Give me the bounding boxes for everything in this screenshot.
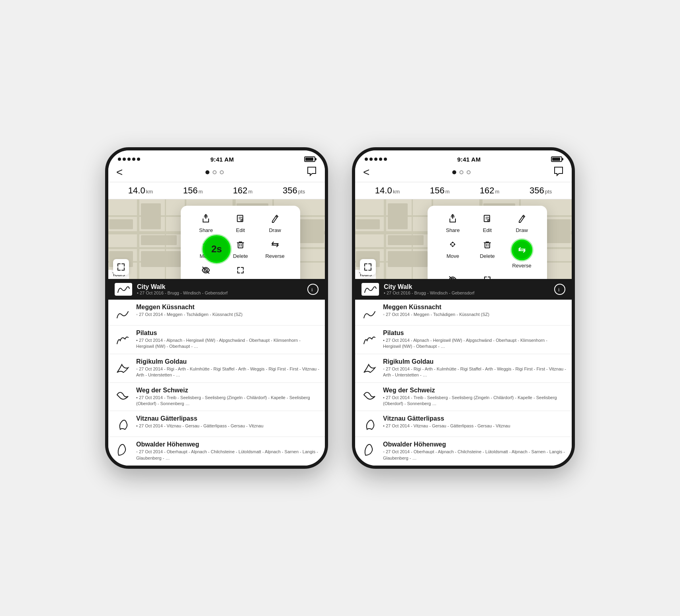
tour-list-item[interactable]: Obwalder Höhenweg◦ 27 Oct 2014 - Oberhau… bbox=[108, 437, 325, 466]
popup-label-reverse: Reverse bbox=[512, 263, 531, 269]
svg-rect-34 bbox=[356, 219, 380, 229]
popup-item-reverse[interactable]: Reverse bbox=[259, 240, 291, 259]
popup-item-show-on-map[interactable]: Show on Map bbox=[472, 275, 503, 279]
tour-row-info: Meggen Küssnacht◦ 27 Oct 2014 - Meggen -… bbox=[383, 304, 489, 318]
context-menu-grid: ShareEditDrawMoveDeleteReverseVisibility… bbox=[437, 214, 537, 279]
tour-list-item[interactable]: Meggen Küssnacht◦ 27 Oct 2014 - Meggen -… bbox=[355, 300, 572, 326]
stat-unit: pts bbox=[298, 189, 305, 195]
edit-icon bbox=[236, 214, 245, 225]
countdown-text: 2s bbox=[211, 244, 222, 255]
tour-row-info: Obwalder Höhenweg◦ 27 Oct 2014 - Oberhau… bbox=[136, 441, 319, 461]
stat-item-0: 14.0km bbox=[375, 185, 400, 196]
map-expand-button[interactable] bbox=[113, 259, 129, 275]
stat-unit: m bbox=[248, 189, 253, 195]
tour-row-thumb bbox=[361, 415, 378, 433]
pagination-dots bbox=[452, 170, 471, 174]
stat-item-3: 356pts bbox=[283, 185, 305, 196]
tour-row-sub: ◦ 27 Oct 2014 - Meggen - Tschädigen - Kü… bbox=[383, 312, 489, 318]
visibility-icon bbox=[201, 265, 211, 277]
stat-unit: pts bbox=[545, 189, 552, 195]
tour-row-info: Meggen Küssnacht◦ 27 Oct 2014 - Meggen -… bbox=[136, 304, 242, 318]
tour-row-sub: • 27 Oct 2014 - Vitznau - Gersau - Gätte… bbox=[383, 423, 510, 429]
context-menu-popup: ShareEditDrawMoveDeleteReverseVisibility… bbox=[181, 206, 300, 279]
tour-info-button[interactable]: i bbox=[554, 284, 565, 295]
popup-label-move: Move bbox=[446, 253, 459, 259]
phone-right: 9:41 AM< 14.0km156m162m356pts Tour bbox=[352, 147, 575, 469]
tour-list-item[interactable]: Weg der Schweiz• 27 Oct 2014 - Treib - S… bbox=[355, 383, 572, 411]
tour-row-name: Pilatus bbox=[383, 329, 566, 337]
reverse-icon bbox=[270, 240, 280, 251]
popup-item-share[interactable]: Share bbox=[437, 214, 469, 233]
status-bar: 9:41 AM bbox=[108, 150, 325, 163]
stat-item-0: 14.0km bbox=[128, 185, 153, 196]
tour-row-info: Obwalder Höhenweg◦ 27 Oct 2014 - Oberhau… bbox=[383, 441, 566, 461]
tour-list-item[interactable]: Vitznau Gätterlipass• 27 Oct 2014 - Vitz… bbox=[108, 411, 325, 437]
draw-icon bbox=[517, 214, 527, 225]
edit-icon bbox=[483, 214, 492, 225]
tour-row-thumb bbox=[361, 441, 378, 458]
tour-list-item[interactable]: Obwalder Höhenweg◦ 27 Oct 2014 - Oberhau… bbox=[355, 437, 572, 466]
stat-unit: m bbox=[495, 189, 500, 195]
battery-icon bbox=[551, 156, 562, 162]
tour-list-item[interactable]: Pilatus• 27 Oct 2014 - Alpnach - Hergisw… bbox=[108, 326, 325, 354]
stat-unit: km bbox=[146, 189, 153, 195]
svg-rect-36 bbox=[388, 235, 424, 245]
tour-row-sub: • 27 Oct 2014 - Treib - Seelisberg - See… bbox=[383, 395, 566, 407]
stat-item-1: 156m bbox=[183, 185, 203, 196]
tour-row-sub: • 27 Oct 2014 - Treib - Seelisberg - See… bbox=[136, 395, 319, 407]
map-expand-button[interactable] bbox=[360, 259, 376, 275]
tour-row-thumb bbox=[361, 387, 378, 404]
svg-rect-45 bbox=[485, 243, 490, 248]
popup-item-visibility[interactable]: Visibility bbox=[437, 275, 469, 279]
reverse-icon-wrap bbox=[512, 240, 532, 260]
popup-item-move[interactable]: Move bbox=[437, 240, 469, 269]
popup-item-draw[interactable]: Draw bbox=[506, 214, 537, 233]
stat-unit: km bbox=[393, 189, 400, 195]
popup-item-delete[interactable]: Delete bbox=[472, 240, 503, 269]
svg-rect-35 bbox=[388, 203, 408, 229]
stat-item-1: 156m bbox=[430, 185, 450, 196]
status-time: 9:41 AM bbox=[457, 156, 481, 163]
popup-item-edit[interactable]: Edit bbox=[472, 214, 503, 233]
stat-value: 356 bbox=[283, 185, 297, 196]
popup-label-edit: Edit bbox=[236, 227, 245, 233]
chat-icon[interactable] bbox=[307, 166, 317, 179]
stat-value: 14.0 bbox=[375, 185, 392, 196]
delete-icon bbox=[236, 240, 245, 251]
tour-list-item[interactable]: Weg der Schweiz• 27 Oct 2014 - Treib - S… bbox=[108, 383, 325, 411]
popup-item-visibility[interactable]: Visibility bbox=[190, 265, 222, 279]
tour-row-name: Meggen Küssnacht bbox=[383, 304, 489, 311]
back-button[interactable]: < bbox=[363, 166, 369, 179]
tour-list-item[interactable]: Vitznau Gätterlipass• 27 Oct 2014 - Vitz… bbox=[355, 411, 572, 437]
selected-tour-info: City Walk• 27 Oct 2016 - Brugg - Windisc… bbox=[137, 283, 303, 295]
show-on-map-icon bbox=[236, 265, 245, 277]
popup-item-reverse[interactable]: Reverse bbox=[506, 240, 537, 269]
tour-row-thumb bbox=[114, 441, 131, 458]
popup-item-edit[interactable]: Edit bbox=[225, 214, 256, 233]
tour-row-thumb bbox=[114, 304, 131, 321]
status-right bbox=[304, 156, 315, 162]
tour-row-thumb bbox=[114, 387, 131, 404]
tour-list-item[interactable]: Meggen Küssnacht◦ 27 Oct 2014 - Meggen -… bbox=[108, 300, 325, 326]
popup-item-share[interactable]: Share bbox=[190, 214, 222, 233]
stat-unit: m bbox=[198, 189, 203, 195]
popup-item-show-on-map[interactable]: Show on Map bbox=[225, 265, 256, 279]
svg-rect-10 bbox=[109, 219, 133, 229]
popup-item-draw[interactable]: Draw bbox=[259, 214, 291, 233]
tour-list-item[interactable]: Rigikulm Goldau◦ 27 Oct 2014 - Rigi - Ar… bbox=[355, 354, 572, 383]
back-button[interactable]: < bbox=[116, 166, 123, 179]
pagination-dots bbox=[205, 170, 224, 174]
tour-info-button[interactable]: i bbox=[307, 284, 319, 295]
tour-list-item[interactable]: Pilatus• 27 Oct 2014 - Alpnach - Hergisw… bbox=[355, 326, 572, 354]
tour-row-name: Vitznau Gätterlipass bbox=[383, 415, 510, 422]
share-icon bbox=[448, 214, 457, 225]
stat-value: 356 bbox=[530, 185, 544, 196]
signal-dots bbox=[118, 158, 140, 161]
selected-tour-subtitle: • 27 Oct 2016 - Brugg - Windisch - Geben… bbox=[384, 290, 549, 295]
tour-list-item[interactable]: Rigikulm Goldau◦ 27 Oct 2014 - Rigi - Ar… bbox=[108, 354, 325, 383]
popup-label-draw: Draw bbox=[516, 227, 528, 233]
tour-row-thumb bbox=[114, 415, 131, 433]
map-area: ToursShareEditDrawMoveDeleteReverseVisib… bbox=[355, 199, 572, 279]
chat-icon[interactable] bbox=[553, 166, 564, 179]
tour-row-name: Vitznau Gätterlipass bbox=[136, 415, 264, 422]
